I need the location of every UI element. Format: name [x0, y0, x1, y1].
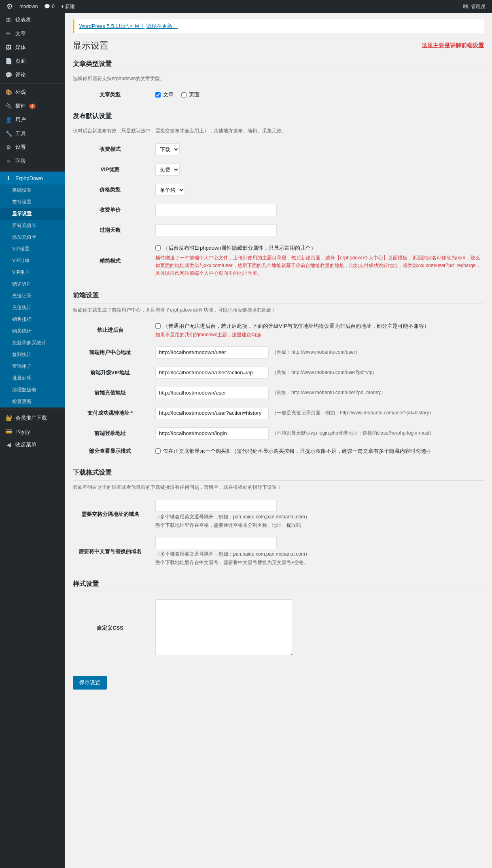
simple-mode-checkbox[interactable]	[155, 245, 161, 250]
recharge-url-hint: （例如：http://www.mobantu.com/user?pd=money…	[272, 389, 386, 396]
recharge-url-input[interactable]	[155, 387, 269, 399]
menu-sep-1	[0, 83, 65, 84]
erphp-sub-vip-settings[interactable]: VIP设置	[0, 243, 65, 255]
sidebar-item-pages[interactable]: 📄 页面	[0, 54, 65, 68]
erphp-sub-give-vip[interactable]: 赠送VIP	[0, 278, 65, 290]
erphp-sub-add-card[interactable]: 添加充值卡	[0, 231, 65, 243]
save-settings-button[interactable]: 保存设置	[73, 676, 107, 690]
plugin-gift-note: 插件赠送了一个前端个人中心文件，上传到使用的主题目录里，然后新建页面，选择【er…	[155, 254, 482, 278]
erphp-sub-display[interactable]: 显示设置	[0, 208, 65, 220]
sidebar-item-erphpdown[interactable]: ⬇ ErphpDown	[0, 172, 65, 185]
sidebar-item-comments[interactable]: 💬 评论	[0, 68, 65, 82]
title-row: 显示设置 这里主要是讲解前端设置	[73, 40, 484, 52]
charge-mode-select[interactable]: 下载 付费 免费	[155, 143, 180, 155]
sidebar-item-posts[interactable]: ✏ 文章	[0, 27, 65, 40]
erphp-sub-signin-stats[interactable]: 签到统计	[0, 349, 65, 361]
erphp-sub-batch[interactable]: 批量处理	[0, 372, 65, 384]
submit-area: 保存设置	[73, 668, 484, 690]
sidebar-item-fields[interactable]: ≡ 字段	[0, 154, 65, 168]
sidebar-item-appearance[interactable]: 🎨 外观	[0, 85, 65, 99]
fields-icon: ≡	[5, 158, 12, 164]
partial-view-desc: 仅在正文底部显示一个购买框（短代码处不显示购买按钮，只提示权限不足，建议一篇文章…	[163, 448, 433, 455]
sidebar-item-media[interactable]: 🖼 媒体	[0, 40, 65, 54]
admin-sidebar: ⊞ 仪表盘 ✏ 文章 🖼 媒体 📄 页面 💬 评论 🎨 外观 🔌 插件 4	[0, 13, 65, 868]
label-page: 页面	[189, 91, 199, 98]
comment-icon: 💬	[44, 4, 50, 9]
vip-upgrade-url-input[interactable]	[155, 367, 269, 379]
pay-success-url-hint: （一般是充值记录页面，例如：http://www.mobantu.com/use…	[272, 410, 434, 416]
recharge-url-field-row: （例如：http://www.mobantu.com/user?pd=money…	[155, 387, 482, 399]
partial-view-checkbox-row: 仅在正文底部显示一个购买框（短代码处不显示购买按钮，只提示权限不足，建议一篇文章…	[155, 448, 482, 455]
erphp-sub-basic[interactable]: 基础设置	[0, 185, 65, 196]
user-center-url-field-row: （例如：http://www.mobantu.com/user）	[155, 346, 482, 359]
erphp-sub-free-buy-stats[interactable]: 免登录购买统计	[0, 337, 65, 349]
custom-css-row: 自定义CSS	[73, 595, 484, 661]
sidebar-item-plugins[interactable]: 🔌 插件 4	[0, 99, 65, 113]
sidebar-label-fields: 字段	[15, 157, 26, 165]
ban-backend-desc: （普通用户无法进后台，若开启此项，下面的升级VIP与充值地址均得设置为非后台的地…	[163, 323, 429, 330]
price-type-select[interactable]: 单价格 多价格	[155, 184, 185, 196]
sidebar-label-posts: 文章	[15, 30, 26, 37]
erphp-sub-sales-rank[interactable]: 销售排行	[0, 314, 65, 325]
site-name[interactable]: modown	[16, 4, 41, 9]
erphp-sub-payment[interactable]: 支付设置	[0, 196, 65, 208]
admin-user[interactable]: 嗨, 管理员	[460, 3, 489, 10]
erphp-sub-all-cards[interactable]: 所有充值卡	[0, 220, 65, 231]
sidebar-item-dashboard[interactable]: ⊞ 仪表盘	[0, 13, 65, 27]
section-publish-desc: 仅对后台新发布有效（只是默认选中，需提交发布才会应用上），其他地方发布、编辑、采…	[73, 127, 484, 134]
login-url-label: 前端登录地址	[73, 423, 154, 444]
checkbox-page[interactable]	[181, 92, 187, 98]
pay-success-url-label: 支付成功跳转地址 *	[73, 403, 154, 423]
checkbox-article[interactable]	[155, 92, 161, 98]
sidebar-item-tools[interactable]: 🔧 工具	[0, 127, 65, 140]
vip-discount-select[interactable]: 免费 折扣	[155, 163, 180, 176]
erphp-sub-vip-users[interactable]: VIP用户	[0, 267, 65, 278]
sidebar-item-users[interactable]: 👤 用户	[0, 113, 65, 127]
custom-css-label: 自定义CSS	[73, 595, 154, 661]
article-checkbox-row: 文章 页面	[155, 91, 482, 98]
sidebar-label-paypy: Paypy	[15, 429, 30, 435]
pay-success-url-input[interactable]	[155, 407, 269, 419]
erphp-sub-recharge-log[interactable]: 充值记录	[0, 290, 65, 302]
custom-css-textarea[interactable]	[155, 599, 293, 656]
cn-replace-input[interactable]	[155, 537, 277, 549]
unit-price-input[interactable]	[155, 204, 277, 216]
update-link[interactable]: WordPress 5.5.1现已可用！	[79, 23, 145, 29]
erphp-sub-clear-data[interactable]: 清理数据表	[0, 384, 65, 396]
charge-mode-label: 收费模式	[73, 139, 154, 159]
update-now-link[interactable]: 请现在更新。	[146, 23, 178, 29]
user-center-url-input[interactable]	[155, 346, 269, 359]
sidebar-item-member-download[interactable]: 👑 会员推广下载	[0, 411, 65, 425]
article-type-table: 文章类型 文章 页面	[73, 87, 484, 102]
label-article: 文章	[163, 91, 174, 98]
main-wrap: ⊞ 仪表盘 ✏ 文章 🖼 媒体 📄 页面 💬 评论 🎨 外观 🔌 插件 4	[0, 13, 492, 868]
erphp-sub-buy-stats[interactable]: 购买统计	[0, 325, 65, 337]
user-center-url-row: 前端用户中心地址 （例如：http://www.mobantu.com/user…	[73, 342, 484, 363]
expire-days-label: 过期天数	[73, 220, 154, 240]
ban-backend-checkbox[interactable]	[155, 323, 161, 329]
login-url-input[interactable]	[155, 427, 269, 439]
price-type-row: 价格类型 单价格 多价格	[73, 180, 484, 200]
style-table: 自定义CSS	[73, 595, 484, 661]
section-download-format-title: 下载格式设置	[73, 469, 484, 481]
frontend-table: 禁止进后台 （普通用户无法进后台，若开启此项，下面的升级VIP与充值地址均得设置…	[73, 318, 484, 459]
space-domain-input[interactable]	[155, 500, 277, 512]
expire-days-input[interactable]	[155, 224, 277, 236]
wp-logo[interactable]: ⚙	[3, 2, 16, 11]
sidebar-item-settings[interactable]: ⚙ 设置	[0, 140, 65, 154]
comments-count: 0	[52, 4, 55, 9]
page-wrap: WordPress 5.5.1现已可用！ 请现在更新。 显示设置 这里主要是讲解…	[73, 19, 484, 690]
erphp-sub-query-user[interactable]: 查询用户	[0, 361, 65, 372]
section-article-type-desc: 选择你所需要支持erphpdown的文章类型。	[73, 75, 484, 82]
sidebar-item-collapse[interactable]: ◀ 收起菜单	[0, 438, 65, 452]
simple-mode-row: 精简模式 （后台发布时Erphpdown属性隐藏部分属性，只显示常用的几个） 插…	[73, 240, 484, 282]
erphp-sub-vip-orders[interactable]: VIP订单	[0, 255, 65, 267]
erphp-sub-recharge-stats[interactable]: 充值统计	[0, 302, 65, 314]
partial-view-checkbox[interactable]	[155, 448, 161, 454]
erphp-sub-check-update[interactable]: 检查更新	[0, 396, 65, 407]
unit-price-label: 收费单价	[73, 200, 154, 220]
sidebar-label-dashboard: 仪表盘	[15, 16, 31, 23]
sidebar-item-paypy[interactable]: 💳 Paypy	[0, 425, 65, 438]
comments-link[interactable]: 💬 0	[41, 4, 58, 9]
new-content-button[interactable]: + 新建	[58, 3, 78, 10]
